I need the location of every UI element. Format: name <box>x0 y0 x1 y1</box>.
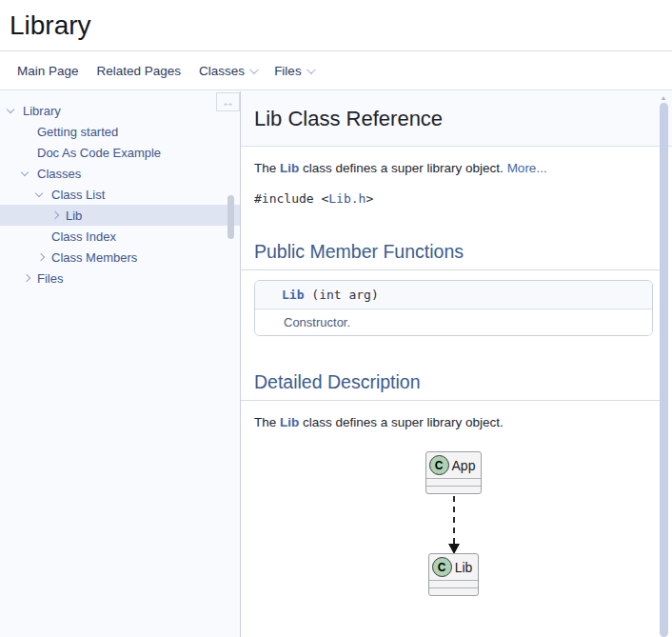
sidebar-item-doc-as-code-example[interactable]: Doc As Code Example <box>0 142 240 163</box>
class-badge-icon: C <box>432 557 452 577</box>
sidebar: ↔ Library Getting started Doc As Code Ex… <box>0 91 241 637</box>
chevron-down-icon[interactable] <box>35 189 43 196</box>
uml-node-label: App <box>452 458 476 473</box>
text: class defines a super library object. <box>299 415 504 429</box>
uml-methods-compartment <box>426 486 482 493</box>
page-title: Lib Class Reference <box>254 107 659 131</box>
sidebar-item-class-members[interactable]: Class Members <box>0 247 240 268</box>
tree-item-label: Class Members <box>51 250 137 265</box>
doc-area: Lib Class Reference The Lib class define… <box>241 91 672 637</box>
member-item: Lib (int arg) <box>255 281 652 309</box>
uml-methods-compartment <box>429 587 479 595</box>
scroll-up-arrow-icon[interactable]: ▲ <box>659 91 668 103</box>
more-link[interactable]: More... <box>507 161 547 175</box>
title-bar: Library <box>0 0 672 51</box>
sidebar-item-classes[interactable]: Classes <box>0 163 240 184</box>
tree-item-label: Lib <box>66 209 82 223</box>
menu-item-main-page[interactable]: Main Page <box>17 64 79 78</box>
menu-item-files[interactable]: Files <box>274 64 313 78</box>
include-line: #include <Lib.h> <box>254 191 653 206</box>
chevron-right-icon[interactable] <box>51 211 59 219</box>
tree-item-label: Classes <box>37 167 81 181</box>
uml-dependency-diagram: C App C Lib <box>254 451 653 596</box>
tree-item-label: Class List <box>51 188 105 202</box>
nav-tree: Library Getting started Doc As Code Exam… <box>0 91 240 289</box>
chevron-down-icon[interactable] <box>21 168 29 175</box>
content-scrollbar[interactable]: ▲ <box>659 91 668 637</box>
chevron-right-icon[interactable] <box>23 274 30 282</box>
tree-item-label: Doc As Code Example <box>37 146 161 160</box>
sidebar-resize-handle[interactable]: ↔ <box>216 92 240 111</box>
chevron-down-icon <box>249 65 259 74</box>
menu-label: Related Pages <box>97 64 182 78</box>
member-declarations-table: Lib (int arg) Constructor. <box>254 280 653 336</box>
uml-node-label: Lib <box>455 560 473 575</box>
sidebar-item-class-index[interactable]: Class Index <box>0 226 240 247</box>
main-split: ↔ Library Getting started Doc As Code Ex… <box>0 91 672 637</box>
detailed-description-text: The Lib class defines a super library ob… <box>254 415 653 429</box>
dependency-edge <box>453 496 455 544</box>
resize-arrows-icon: ↔ <box>222 95 235 109</box>
section-heading-public-member-functions: Public Member Functions <box>241 241 666 270</box>
section-heading-detailed-description: Detailed Description <box>241 371 666 401</box>
uml-node-lib[interactable]: C Lib <box>428 553 480 596</box>
menu-item-related-pages[interactable]: Related Pages <box>97 64 182 78</box>
tree-item-label: Getting started <box>37 125 118 139</box>
tree-item-label: Files <box>37 271 63 286</box>
text: The <box>254 415 280 429</box>
class-badge-icon: C <box>429 455 449 475</box>
uml-fields-compartment <box>426 478 482 486</box>
project-name: Library <box>10 10 91 41</box>
menu-label: Files <box>274 64 302 78</box>
tree-item-label: Library <box>23 104 61 118</box>
brief-description: The Lib class defines a super library ob… <box>254 161 653 175</box>
text: #include < <box>254 191 328 206</box>
menu-label: Classes <box>199 64 245 78</box>
chevron-right-icon[interactable] <box>37 253 45 261</box>
include-file-link[interactable]: Lib.h <box>328 191 366 206</box>
sidebar-scrollbar-thumb[interactable] <box>227 195 234 239</box>
sidebar-item-library[interactable]: Library <box>0 100 240 121</box>
menu-item-classes[interactable]: Classes <box>199 64 256 78</box>
text: > <box>366 191 373 206</box>
scrollbar-thumb[interactable] <box>660 103 668 637</box>
class-link[interactable]: Lib <box>280 415 299 429</box>
main-menu: Main Page Related Pages Classes Files <box>0 51 672 90</box>
page-contents: The Lib class defines a super library ob… <box>241 161 672 596</box>
sidebar-item-lib[interactable]: Lib <box>0 205 240 226</box>
text: class defines a super library object. <box>299 161 506 175</box>
member-function-link[interactable]: Lib <box>282 288 304 302</box>
member-args: (int arg) <box>304 288 378 302</box>
class-link[interactable]: Lib <box>280 161 299 175</box>
sidebar-item-files[interactable]: Files <box>0 268 240 289</box>
page-header: Lib Class Reference <box>241 91 672 147</box>
sidebar-item-class-list[interactable]: Class List <box>0 184 240 205</box>
uml-fields-compartment <box>429 580 479 587</box>
sidebar-item-getting-started[interactable]: Getting started <box>0 121 240 142</box>
member-description: Constructor. <box>255 309 652 335</box>
uml-node-app[interactable]: C App <box>425 451 483 494</box>
tree-item-label: Class Index <box>51 229 116 244</box>
chevron-down-icon[interactable] <box>7 105 14 112</box>
menu-label: Main Page <box>17 64 79 78</box>
text: The <box>254 161 280 175</box>
chevron-down-icon <box>306 65 316 74</box>
